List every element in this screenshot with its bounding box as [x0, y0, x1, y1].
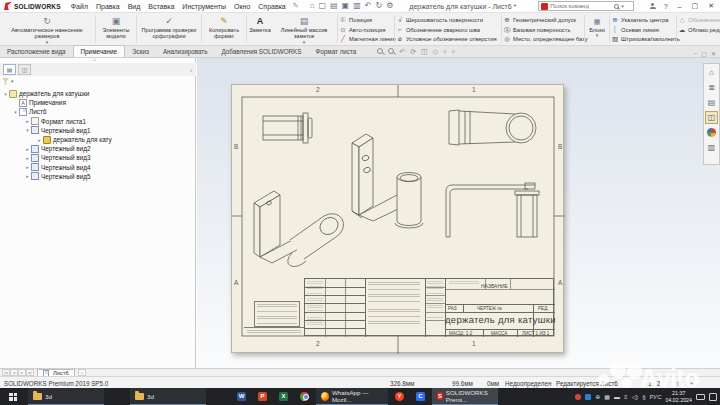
expand-arrow-icon[interactable]: ▸ — [36, 137, 43, 143]
view-settings-icon[interactable]: ▾ — [452, 48, 456, 55]
tree-item-sheet-format[interactable]: ▸ Формат листа1 — [0, 117, 196, 126]
menu-help[interactable]: Справка — [254, 3, 289, 10]
collapse-arrow-icon[interactable]: ▾ — [24, 127, 31, 133]
tray-link-icon[interactable]: § — [642, 394, 645, 400]
taskbar-word[interactable]: W — [232, 388, 251, 405]
taskbar-folder-1[interactable]: 3d — [28, 388, 104, 405]
search-dropdown-icon[interactable]: ▾ — [621, 4, 624, 9]
taskbar-solidworks[interactable]: S SOLIDWORKS Premi... — [432, 388, 498, 405]
tray-battery-icon[interactable]: ▬ — [614, 394, 620, 400]
tree-item-view4[interactable]: ▸ Чертежный вид4 — [0, 163, 196, 172]
tray-grid-icon[interactable]: ▦ — [604, 393, 610, 400]
menu-window[interactable]: Окно — [230, 3, 254, 10]
note-button[interactable]: A Заметка — [248, 13, 272, 45]
section-view-icon[interactable]: ◫ — [421, 48, 428, 55]
taskbar-folder-2[interactable]: 3d — [130, 388, 206, 405]
taskbar-excel[interactable]: X — [274, 388, 293, 405]
menu-pin-icon[interactable]: ✎ — [293, 2, 299, 10]
taskbar-powerpoint[interactable]: P — [253, 388, 272, 405]
graphics-viewport[interactable]: 2 1 2 1 B A B A — [197, 58, 720, 368]
revision-cloud-button[interactable]: ☁Облако редакций — [678, 26, 720, 35]
display-manager-tab[interactable]: ◫ — [18, 64, 31, 75]
blocks-button[interactable]: ▦ Блоки ▾ — [586, 13, 608, 45]
tree-item-root[interactable]: ▾ держатель для катушки — [0, 89, 196, 98]
add-sheet-icon[interactable]: + — [78, 369, 86, 376]
status-expand-icon[interactable]: ▾ — [690, 380, 693, 387]
appearances-icon[interactable] — [705, 126, 718, 139]
weld-symbol-button[interactable]: ⌐Обозначение сварного шва — [396, 26, 500, 35]
language-indicator[interactable]: РУС — [649, 394, 661, 400]
menu-tools[interactable]: Инструменты — [178, 3, 230, 10]
options-gear-icon[interactable]: ⚙ — [386, 2, 393, 10]
notification-center-icon[interactable] — [709, 393, 717, 401]
new-file-icon[interactable]: ▢ — [318, 2, 326, 10]
minimize-button[interactable]: – — [676, 3, 684, 10]
linear-note-pattern-button[interactable]: ▤ Линейный массив заметок ▾ — [272, 13, 336, 45]
tree-item-sheet[interactable]: ▾ Лист6 — [0, 107, 196, 116]
print-icon[interactable]: ▥ — [353, 2, 361, 10]
zoom-fit-icon[interactable] — [377, 48, 383, 54]
spell-check-button[interactable]: ✓ Программа проверки орфографии — [138, 13, 200, 45]
feature-tree-tab[interactable]: ▤ — [3, 64, 16, 75]
expand-arrow-icon[interactable]: ▸ — [24, 146, 31, 152]
doc-restore-icon[interactable]: ▢ — [701, 50, 707, 57]
menu-edit[interactable]: Правка — [92, 3, 124, 10]
expand-arrow-icon[interactable]: ▸ — [24, 173, 31, 179]
expand-arrow-icon[interactable]: ▸ — [24, 118, 31, 124]
center-mark-button[interactable]: ⊕Указатель центра — [611, 16, 675, 25]
hide-show-items-icon[interactable]: ▾ — [443, 48, 447, 55]
menu-view[interactable]: Вид — [124, 3, 145, 10]
custom-properties-icon[interactable]: ▥ — [705, 141, 718, 154]
doc-minimize-icon[interactable]: – — [694, 50, 697, 57]
tray-network-icon[interactable]: ⊕ — [595, 393, 600, 400]
expand-arrow-icon[interactable]: ▸ — [24, 155, 31, 161]
datum-feature-button[interactable]: ⒶБазовая поверхность — [503, 26, 583, 35]
tab-evaluate[interactable]: Анализировать — [156, 45, 215, 57]
next-sheet-icon[interactable]: ▸ — [18, 369, 26, 376]
model-items-button[interactable]: ▣ Элементы модели — [97, 13, 135, 45]
tree-item-view5[interactable]: ▸ Чертежный вид5 — [0, 172, 196, 181]
search-input[interactable] — [550, 3, 612, 9]
design-library-icon[interactable]: ≣ — [705, 81, 718, 94]
tree-item-view3[interactable]: ▸ Чертежный вид3 — [0, 153, 196, 162]
open-file-icon[interactable]: ▤ — [330, 2, 338, 10]
magnetic-line-button[interactable]: ╱Магнитная линия — [339, 35, 393, 44]
tray-shield-icon[interactable] — [585, 394, 591, 400]
area-hatch-button[interactable]: ▨Штриховка/заполнить — [611, 35, 675, 44]
view-palette-icon[interactable]: ◫ — [705, 111, 718, 124]
undo-icon[interactable]: ↶ — [365, 2, 372, 10]
copy-format-button[interactable]: ✎ Копировать формат — [203, 13, 245, 45]
search-icon[interactable] — [614, 4, 619, 9]
tree-item-view1-part[interactable]: ▸ держатель для кату — [0, 135, 196, 144]
taskbar-clock[interactable]: 21:37 04.02.2024 — [665, 390, 692, 403]
save-icon[interactable]: ▣ — [342, 2, 350, 10]
balloon-button[interactable]: ①Позиция — [339, 16, 393, 25]
datum-target-button[interactable]: ◎Место, определяющее базу — [503, 35, 583, 44]
hole-callout-button[interactable]: ⌀Условное обозначение отверстия — [396, 35, 500, 44]
tray-volume-icon[interactable]: ◁) — [632, 393, 639, 400]
expand-arrow-icon[interactable]: ▾ — [2, 91, 9, 97]
tree-item-annotations[interactable]: A Примечания — [0, 98, 196, 107]
first-sheet-icon[interactable]: |◂ — [2, 369, 10, 376]
drawing-view-top-left[interactable] — [263, 113, 312, 143]
start-button[interactable] — [0, 388, 26, 405]
tree-item-view1[interactable]: ▾ Чертежный вид1 — [0, 126, 196, 135]
previous-view-icon[interactable]: ↶ — [399, 48, 405, 55]
drawing-view-bottom-left[interactable] — [254, 191, 344, 267]
zoom-area-icon[interactable] — [388, 48, 394, 54]
tab-annotation[interactable]: Примечание — [73, 45, 125, 57]
centerline-button[interactable]: ┆Осевая линия — [611, 26, 675, 35]
rebuild-icon[interactable]: ↻ — [375, 2, 382, 10]
file-explorer-icon[interactable]: ▤ — [705, 96, 718, 109]
tray-menu-icon[interactable]: ≡ — [624, 394, 628, 400]
tab-solidworks-addins[interactable]: Добавления SOLIDWORKS — [214, 45, 308, 57]
display-style-icon[interactable]: ◇ — [433, 48, 438, 55]
menu-file[interactable]: Файл — [67, 3, 92, 10]
taskbar-chrome[interactable] — [295, 388, 314, 405]
status-options-icon[interactable]: ⚙ — [676, 380, 682, 387]
restore-button[interactable]: ▢ — [690, 2, 701, 10]
taskbar-compass[interactable]: C — [411, 388, 430, 405]
rotate-view-icon[interactable]: ⟳ — [410, 48, 416, 55]
drawing-view-right[interactable] — [446, 183, 539, 237]
tab-sketch[interactable]: Эскиз — [125, 45, 156, 57]
